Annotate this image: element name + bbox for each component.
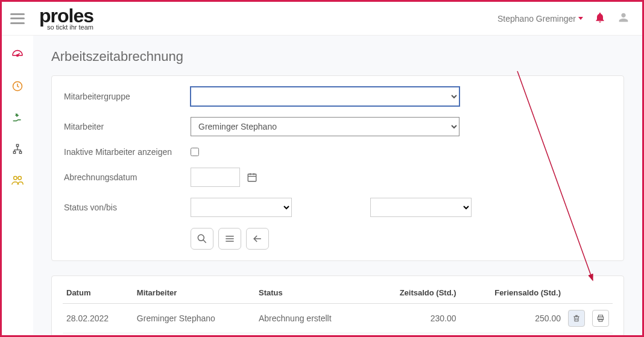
people-icon [11,174,24,187]
svg-point-9 [18,177,21,180]
svg-rect-5 [16,145,18,146]
inactive-label: Inaktive Mitarbeiter anzeigen [64,147,191,157]
status-label: Status von/bis [64,203,191,212]
profile-button[interactable] [617,11,630,27]
svg-point-14 [198,235,204,241]
svg-line-15 [203,240,206,243]
col-vacation-balance[interactable]: Feriensaldo (Std.) [460,282,564,304]
results-panel: Datum Mitarbeiter Status Zeitsaldo (Std.… [51,276,624,335]
calendar-icon [247,172,257,183]
svg-rect-10 [248,174,256,181]
inactive-checkbox[interactable] [191,148,199,156]
page-title: Arbeitszeitabrechnung [51,49,624,65]
results-table: Datum Mitarbeiter Status Zeitsaldo (Std.… [63,282,613,335]
arrow-left-icon [251,233,264,245]
bell-icon [594,11,606,24]
group-label: Mitarbeitergruppe [64,92,191,101]
logo-sub: so tickt ihr team [47,24,93,31]
money-hand-icon [11,111,24,124]
logo-main: proles [39,6,93,25]
svg-rect-7 [19,151,21,153]
calendar-button[interactable] [246,171,258,183]
user-menu[interactable]: Stephano Greminger [497,14,583,24]
list-icon [224,233,236,245]
svg-point-8 [14,177,17,180]
search-button[interactable] [191,228,213,250]
delete-row-button[interactable] [568,310,585,327]
date-input[interactable] [191,168,240,187]
status-from-select[interactable] [191,198,292,217]
status-to-select[interactable] [370,198,472,217]
list-button[interactable] [218,228,241,250]
col-status[interactable]: Status [255,282,369,304]
sidebar-item-structure[interactable] [10,142,25,156]
table-row[interactable]: 28.02.2022 Greminger Stephano Abrechnung… [63,304,613,333]
chevron-down-icon [578,17,583,20]
menu-toggle[interactable] [10,13,25,24]
notifications-button[interactable] [594,11,606,26]
date-label: Abrechnungsdatum [64,172,191,182]
sidebar-item-people[interactable] [10,173,25,187]
col-time-balance[interactable]: Zeitsaldo (Std.) [369,282,460,304]
svg-rect-6 [13,151,15,153]
col-employee[interactable]: Mitarbeiter [133,282,255,304]
trash-icon [572,314,581,323]
hierarchy-icon [11,143,24,155]
filter-panel: Mitarbeitergruppe Mitarbeiter Greminger … [51,75,624,261]
col-date[interactable]: Datum [63,282,133,304]
sidebar-item-finance[interactable] [10,110,25,125]
avatar-icon [617,11,630,24]
print-icon [596,314,605,323]
svg-rect-24 [599,319,602,321]
table-row[interactable]: 31.03.2022 Greminger Stephano Abrechnung… [63,333,613,336]
gauge-icon [11,48,24,61]
search-icon [196,233,208,245]
group-select[interactable] [191,87,459,106]
logo: proles so tickt ihr team [39,6,93,31]
employee-label: Mitarbeiter [64,122,191,131]
user-name-label: Stephano Greminger [497,14,576,24]
sidebar-item-dashboard[interactable] [10,48,25,62]
print-row-button[interactable] [592,310,609,327]
clock-icon [11,80,24,92]
back-button[interactable] [246,228,269,250]
sidebar-item-time[interactable] [10,79,25,93]
employee-select[interactable]: Greminger Stephano [191,117,459,136]
